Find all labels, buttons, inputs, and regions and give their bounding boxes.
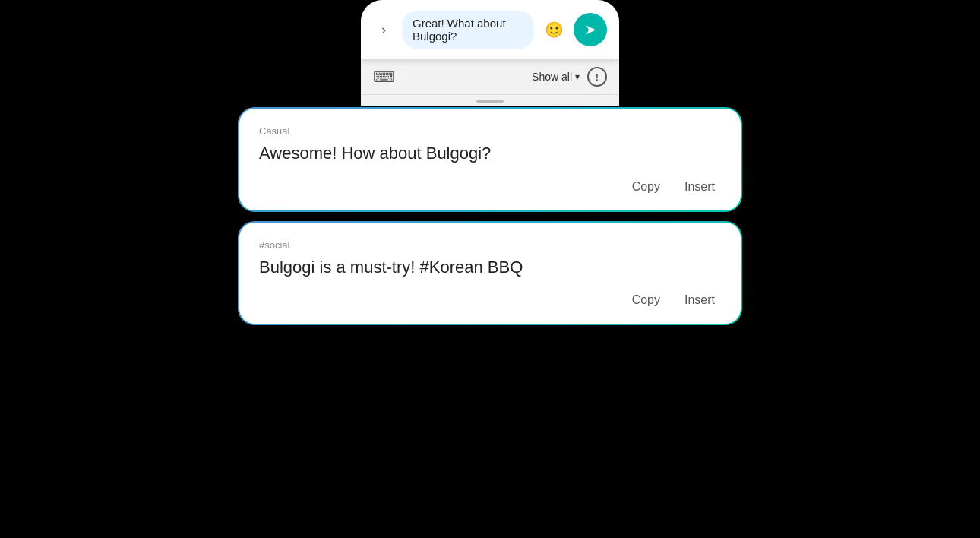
casual-card-actions: Copy Insert [259,177,721,197]
social-suggestion-card: #social Bulgogi is a must-try! #Korean B… [239,223,741,324]
suggestions-area: Casual Awesome! How about Bulgogi? Copy … [346,103,634,330]
message-input[interactable]: Great! What about Bulgogi? [402,11,534,49]
casual-card-wrapper: Casual Awesome! How about Bulgogi? Copy … [239,109,741,210]
chevron-right-icon[interactable]: › [373,19,394,40]
keyboard-icon[interactable]: ⌨ [373,68,395,86]
casual-card-text: Awesome! How about Bulgogi? [259,143,721,165]
social-insert-button[interactable]: Insert [678,290,721,310]
social-card-text: Bulgogi is a must-try! #Korean BBQ [259,257,721,279]
casual-card-label: Casual [259,125,721,137]
send-icon: ➤ [585,21,596,38]
toolbar-right: Show all ▾ ! [532,67,607,87]
social-card-label: #social [259,239,721,251]
send-button[interactable]: ➤ [574,13,607,46]
input-area: › Great! What about Bulgogi? 🙂 ➤ [361,0,619,59]
casual-copy-button[interactable]: Copy [626,177,666,197]
phone-frame: › Great! What about Bulgogi? 🙂 ➤ ⌨ Show … [346,0,634,538]
emoji-icon[interactable]: 🙂 [542,17,566,42]
show-all-label: Show all [532,71,572,83]
toolbar-divider [403,68,403,86]
casual-insert-button[interactable]: Insert [678,177,721,197]
social-copy-button[interactable]: Copy [626,290,666,310]
keyboard-toolbar: ⌨ Show all ▾ ! [361,59,619,95]
chevron-down-icon: ▾ [575,71,580,82]
toolbar-left: ⌨ [373,68,403,86]
social-card-actions: Copy Insert [259,290,721,310]
info-icon[interactable]: ! [587,67,607,87]
casual-suggestion-card: Casual Awesome! How about Bulgogi? Copy … [239,109,741,210]
show-all-button[interactable]: Show all ▾ [532,71,580,83]
social-card-wrapper: #social Bulgogi is a must-try! #Korean B… [239,223,741,324]
